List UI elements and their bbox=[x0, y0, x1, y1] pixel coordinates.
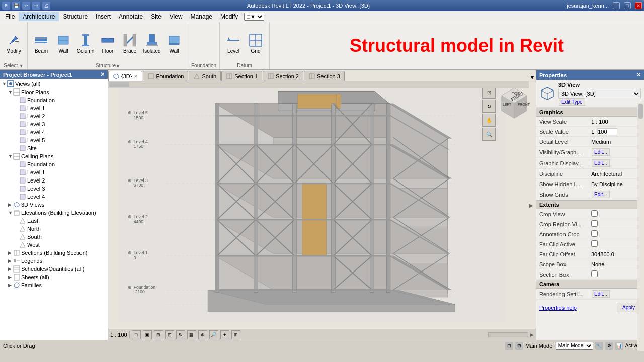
props-far-clip-active-checkbox[interactable] bbox=[591, 240, 598, 247]
tree-item-site[interactable]: Site bbox=[1, 144, 107, 152]
tree-item-ceiling-plans[interactable]: ▼ Ceiling Plans bbox=[1, 152, 107, 160]
status-icon-5[interactable]: 📊 bbox=[615, 342, 623, 350]
props-close-icon[interactable]: ✕ bbox=[636, 72, 641, 78]
view-control-9[interactable]: ✦ bbox=[220, 330, 229, 339]
props-crop-view-checkbox[interactable] bbox=[591, 210, 598, 217]
minimize-button[interactable]: — bbox=[613, 2, 620, 9]
pb-close-icon[interactable]: ✕ bbox=[100, 71, 105, 78]
close-button[interactable]: ✕ bbox=[635, 2, 642, 9]
ribbon-btn-level[interactable]: Level bbox=[223, 31, 244, 55]
menu-modify[interactable]: Modify bbox=[216, 12, 242, 21]
tree-item-level1[interactable]: Level 1 bbox=[1, 104, 107, 112]
view-control-10[interactable]: ⊞ bbox=[231, 330, 240, 339]
status-icon-4[interactable]: ⚙ bbox=[605, 342, 613, 350]
props-annotation-crop-checkbox[interactable] bbox=[591, 230, 598, 237]
props-section-camera[interactable]: Camera bbox=[536, 280, 644, 289]
tree-item-sheets[interactable]: ▶ Sheets (all) bbox=[1, 273, 107, 281]
ribbon-btn-wall[interactable]: Wall bbox=[53, 31, 74, 55]
properties-help-link[interactable]: Properties help bbox=[539, 305, 577, 311]
props-show-grids-edit-btn[interactable]: Edit... bbox=[592, 191, 610, 198]
tree-item-south[interactable]: South bbox=[1, 233, 107, 241]
view-control-6[interactable]: ▦ bbox=[187, 330, 196, 339]
context-selector[interactable]: □▼ bbox=[244, 13, 264, 21]
tree-item-ceil-level2[interactable]: Level 2 bbox=[1, 176, 107, 185]
tree-item-elevations[interactable]: ▼ Elevations (Building Elevation) bbox=[1, 209, 107, 217]
viewport[interactable]: ⊕Level 51500 ⊕Level 41750 ⊕Level 36700 ⊕… bbox=[108, 81, 536, 329]
tree-item-ceil-level1[interactable]: Level 1 bbox=[1, 168, 107, 176]
view-control-4[interactable]: ⊡ bbox=[165, 330, 174, 339]
status-icon-3[interactable]: 🔧 bbox=[595, 342, 603, 350]
pan-icon[interactable]: ✋ bbox=[482, 114, 496, 127]
props-edit-type-btn[interactable]: Edit Type bbox=[559, 98, 585, 106]
quick-access-undo[interactable]: ↩ bbox=[22, 2, 30, 10]
props-graphic-display-edit-btn[interactable]: Edit... bbox=[592, 159, 610, 167]
tree-item-floor-plans[interactable]: ▼ Floor Plans bbox=[1, 88, 107, 96]
tab-section2[interactable]: Section 2 bbox=[263, 71, 303, 81]
model-selector[interactable]: Main Model bbox=[556, 342, 593, 350]
tree-item-level5[interactable]: Level 5 bbox=[1, 136, 107, 144]
menu-structure[interactable]: Structure bbox=[59, 12, 92, 21]
ribbon-btn-modify[interactable]: Modify bbox=[3, 31, 24, 55]
scroll-bar-bottom[interactable] bbox=[488, 332, 528, 337]
tree-item-families[interactable]: ▶ Families bbox=[1, 281, 107, 289]
menu-annotate[interactable]: Annotate bbox=[115, 12, 147, 21]
tree-item-3d-views[interactable]: ▶ 3D Views bbox=[1, 201, 107, 209]
ribbon-btn-wall2[interactable]: Wall bbox=[164, 31, 185, 55]
tab-section3[interactable]: Section 3 bbox=[304, 71, 345, 81]
menu-view[interactable]: View bbox=[166, 12, 187, 21]
status-icon-2[interactable]: ⊞ bbox=[515, 342, 523, 350]
view-control-3[interactable]: ⊞ bbox=[154, 330, 163, 339]
view-control-7[interactable]: ⊕ bbox=[198, 330, 207, 339]
tree-item-ceil-foundation[interactable]: Foundation bbox=[1, 160, 107, 168]
tree-item-level3[interactable]: Level 3 bbox=[1, 120, 107, 128]
tree-item-views-all[interactable]: ▼ Views (all) bbox=[1, 80, 107, 88]
tab-3d[interactable]: {3D} ✕ bbox=[108, 71, 142, 81]
ribbon-btn-grid[interactable]: Grid bbox=[245, 31, 266, 55]
top-scrollbar-thumb[interactable] bbox=[109, 82, 129, 87]
props-scale-input[interactable] bbox=[597, 128, 617, 135]
ribbon-btn-floor[interactable]: Floor bbox=[97, 31, 118, 55]
tree-item-schedules[interactable]: ▶ Schedules/Quantities (all) bbox=[1, 265, 107, 273]
props-section-graphics[interactable]: Graphics bbox=[536, 108, 644, 117]
status-icon-1[interactable]: ⊡ bbox=[505, 342, 513, 350]
view-control-2[interactable]: ▣ bbox=[143, 330, 152, 339]
tree-item-west[interactable]: West bbox=[1, 241, 107, 249]
quick-access-save[interactable]: 💾 bbox=[12, 2, 20, 10]
ribbon-btn-brace[interactable]: Brace bbox=[119, 31, 140, 55]
tree-item-level2[interactable]: Level 2 bbox=[1, 112, 107, 120]
nav-cube[interactable]: TOP LEFT FRONT FRONT bbox=[497, 85, 532, 121]
menu-manage[interactable]: Manage bbox=[187, 12, 216, 21]
tree-item-sections[interactable]: ▶ Sections (Building Section) bbox=[1, 249, 107, 257]
ribbon-btn-isolated[interactable]: Isolated bbox=[141, 31, 163, 55]
props-view-dropdown[interactable]: 3D View: {3D} bbox=[558, 89, 641, 98]
viewport-right-arrow[interactable]: ▶ bbox=[528, 81, 535, 329]
ribbon-btn-column[interactable]: Column bbox=[75, 31, 96, 55]
tab-foundation[interactable]: Foundation bbox=[143, 71, 188, 81]
tree-item-legends[interactable]: ▶ Legends bbox=[1, 257, 107, 265]
ribbon-btn-beam[interactable]: Beam bbox=[31, 31, 52, 55]
menu-insert[interactable]: Insert bbox=[92, 12, 115, 21]
props-crop-region-checkbox[interactable] bbox=[591, 220, 598, 227]
quick-access-redo[interactable]: ↪ bbox=[32, 2, 40, 10]
scroll-right-icon[interactable]: ▶ bbox=[530, 332, 534, 337]
props-section-extents[interactable]: Extents bbox=[536, 200, 644, 209]
tab-south[interactable]: South bbox=[189, 71, 221, 81]
tab-3d-close-icon[interactable]: ✕ bbox=[134, 74, 138, 79]
menu-site[interactable]: Site bbox=[147, 12, 166, 21]
view-control-1[interactable]: □ bbox=[132, 330, 141, 339]
tree-item-foundation[interactable]: Foundation bbox=[1, 96, 107, 104]
viewport-top-scrollbar[interactable] bbox=[108, 81, 529, 88]
props-section-box-checkbox[interactable] bbox=[591, 270, 598, 277]
menu-file[interactable]: File bbox=[1, 12, 19, 21]
zoom-icon[interactable]: 🔍 bbox=[482, 128, 496, 141]
tree-item-ceil-level4[interactable]: Level 4 bbox=[1, 193, 107, 201]
tree-item-east[interactable]: East bbox=[1, 217, 107, 225]
menu-architecture[interactable]: Architecture bbox=[19, 12, 59, 21]
view-control-8[interactable]: 🔎 bbox=[209, 330, 218, 339]
tree-item-level4[interactable]: Level 4 bbox=[1, 128, 107, 136]
maximize-button[interactable]: □ bbox=[624, 2, 631, 9]
orbit-icon[interactable]: ↻ bbox=[482, 100, 496, 113]
tree-item-ceil-level3[interactable]: Level 3 bbox=[1, 185, 107, 193]
quick-access-print[interactable]: 🖨 bbox=[42, 2, 50, 10]
tree-item-north[interactable]: North bbox=[1, 225, 107, 233]
